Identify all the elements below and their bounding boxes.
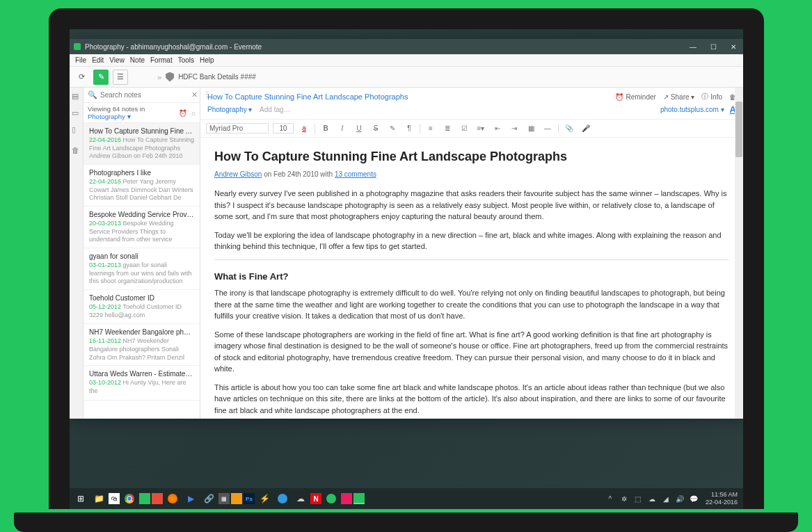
new-note-button[interactable]: ✎ [93, 70, 109, 85]
note-item[interactable]: How To Capture Stunning Fine Art Landsc…… [83, 123, 200, 165]
notes-icon[interactable]: ▤ [72, 92, 81, 102]
clear-search-icon[interactable]: ✕ [191, 90, 198, 99]
note-list-pane: 🔍 ✕ ⋮ Viewing 84 notes in Photography ▾ … [83, 88, 200, 419]
info-button[interactable]: ⓘ Info [701, 92, 722, 102]
bold-button[interactable]: B [319, 124, 332, 132]
note-item-snippet: 05-12-2012 Toehold Customer ID 3229 hell… [89, 303, 194, 319]
taskbar-clock[interactable]: 11:56 AM 22-04-2016 [703, 491, 740, 506]
editor-content[interactable]: How To Capture Stunning Fine Art Landsca… [200, 138, 743, 419]
close-button[interactable]: ✕ [728, 43, 739, 51]
clear-format-button[interactable]: ¶ [403, 124, 415, 132]
tray-cloud-icon[interactable]: ☁ [647, 494, 657, 503]
tray-icon-1[interactable]: ✲ [619, 494, 629, 503]
link-icon[interactable]: 🔗 [200, 490, 217, 507]
activity-button[interactable]: ☰ [113, 70, 128, 85]
strike-button[interactable]: S [369, 124, 382, 132]
note-title-link[interactable]: How To Capture Stunning Fine Art Landsca… [207, 92, 408, 101]
indent-button[interactable]: ⇥ [508, 124, 520, 132]
align-button[interactable]: ≡▾ [475, 124, 487, 132]
comments-link[interactable]: 13 comments [335, 170, 376, 178]
app-icon-3[interactable] [231, 493, 242, 504]
trash-icon[interactable]: 🗑 [72, 146, 81, 156]
minimize-button[interactable]: — [687, 43, 699, 51]
menu-format[interactable]: Format [150, 56, 173, 64]
menu-note[interactable]: Note [130, 56, 145, 64]
calculator-icon[interactable]: ▦ [218, 493, 230, 504]
menu-view[interactable]: View [109, 56, 125, 64]
windows-taskbar[interactable]: ⊞ 📁 🛍 ▶ 🔗 ▦ Ps ⚡ ☁ N ^ [70, 488, 743, 509]
font-family-select[interactable]: Myriad Pro [206, 123, 269, 134]
note-item[interactable]: NH7 Weekender Bangalore photographers16-… [83, 324, 200, 366]
note-item[interactable]: Bespoke Wedding Service Providers20-03-2… [83, 207, 200, 248]
note-item-snippet: 03-10-2012 Hi Aunty Viju, Here are the [89, 379, 194, 395]
note-item[interactable]: Uttara Weds Warren - Estimate v203-10-20… [83, 366, 200, 400]
table-button[interactable]: ▦ [525, 124, 537, 132]
note-item[interactable]: gyaan for sonali03-01-2013 gyaan for son… [83, 248, 200, 290]
note-item-snippet: 03-01-2013 gyaan for sonali learnings fr… [89, 261, 194, 285]
attachment-button[interactable]: 📎 [563, 124, 575, 132]
note-item-title: Bespoke Wedding Service Providers [89, 211, 194, 218]
menu-help[interactable]: Help [200, 56, 214, 64]
underline-button[interactable]: U [353, 124, 365, 132]
list-options-icon[interactable]: ⌂ [191, 109, 196, 117]
photoshop-icon[interactable]: Ps [244, 493, 255, 504]
font-size-select[interactable]: 10 [273, 123, 294, 134]
maximize-button[interactable]: ☐ [708, 43, 719, 51]
notebooks-icon[interactable]: ▭ [72, 108, 81, 118]
outdent-button[interactable]: ⇤ [491, 124, 504, 132]
add-tag-field[interactable]: Add tag… [260, 106, 290, 113]
menu-edit[interactable]: Edit [92, 56, 104, 64]
checkbox-button[interactable]: ☑ [458, 124, 470, 132]
share-button[interactable]: ↗ Share ▾ [663, 92, 694, 102]
firefox-icon[interactable] [164, 490, 181, 507]
app-icon-6[interactable] [341, 493, 352, 504]
audio-button[interactable]: 🎤 [580, 124, 592, 132]
tags-icon[interactable]: ▯ [72, 125, 81, 135]
search-icon: 🔍 [88, 90, 97, 99]
italic-button[interactable]: I [336, 124, 349, 132]
app-icon-1[interactable] [139, 493, 150, 504]
titlebar[interactable]: Photography - abhimanyughoshal@gmail.com… [70, 39, 743, 54]
shortcut-label[interactable]: HDFC Bank Details #### [178, 73, 256, 81]
reminders-icon[interactable]: ⏰ [179, 109, 187, 117]
tray-notifications-icon[interactable]: 💬 [689, 494, 699, 503]
menu-tools[interactable]: Tools [178, 56, 194, 64]
steam-icon[interactable]: ☁ [292, 490, 309, 507]
search-input[interactable] [100, 91, 189, 99]
winamp-icon[interactable]: ⚡ [256, 490, 273, 507]
number-list-button[interactable]: ≣ [441, 124, 454, 132]
netflix-icon[interactable]: N [310, 493, 321, 504]
store-icon[interactable]: 🛍 [109, 493, 120, 504]
note-item-title: How To Capture Stunning Fine Art Landsc… [89, 127, 194, 135]
vertical-scrollbar[interactable] [735, 88, 743, 419]
note-item-title: gyaan for sonali [89, 252, 194, 260]
app-icon-2[interactable] [152, 493, 163, 504]
reminder-button[interactable]: ⏰ Reminder [615, 92, 655, 102]
editor-pane: How To Capture Stunning Fine Art Landsca… [200, 88, 743, 419]
text-color-button[interactable]: a [298, 124, 310, 132]
note-item[interactable]: Photographers I like22-04-2016 Peter Yan… [83, 165, 200, 207]
evernote-taskbar-icon[interactable] [353, 493, 365, 504]
hr-button[interactable]: — [541, 124, 554, 132]
source-url[interactable]: photo.tutsplus.com ▾ [660, 106, 724, 113]
file-explorer-icon[interactable]: 📁 [90, 490, 107, 507]
menu-file[interactable]: File [75, 56, 86, 64]
tray-wifi-icon[interactable]: ◢ [661, 494, 671, 503]
app-icon-5[interactable] [323, 490, 340, 507]
tray-icon-2[interactable]: ⬚ [633, 494, 643, 503]
notebook-filter[interactable]: Photography ▾ [88, 113, 131, 120]
author-link[interactable]: Andrew Gibson [214, 170, 262, 178]
highlight-button[interactable]: ✎ [386, 124, 399, 132]
notebook-dropdown[interactable]: Photography ▾ [207, 106, 253, 113]
app-icon-4[interactable] [274, 490, 291, 507]
tray-up-icon[interactable]: ^ [605, 494, 615, 503]
scrollbar-thumb[interactable] [735, 102, 742, 157]
sync-button[interactable]: ⟳ [74, 70, 89, 85]
tray-volume-icon[interactable]: 🔊 [675, 494, 685, 503]
note-item[interactable]: Toehold Customer ID05-12-2012 Toehold Cu… [83, 290, 200, 324]
start-button[interactable]: ⊞ [72, 490, 89, 507]
play-icon[interactable]: ▶ [182, 490, 199, 507]
bullet-list-button[interactable]: ≡ [424, 124, 437, 132]
chrome-icon[interactable] [121, 490, 138, 507]
search-row: 🔍 ✕ ⋮ [83, 88, 200, 103]
